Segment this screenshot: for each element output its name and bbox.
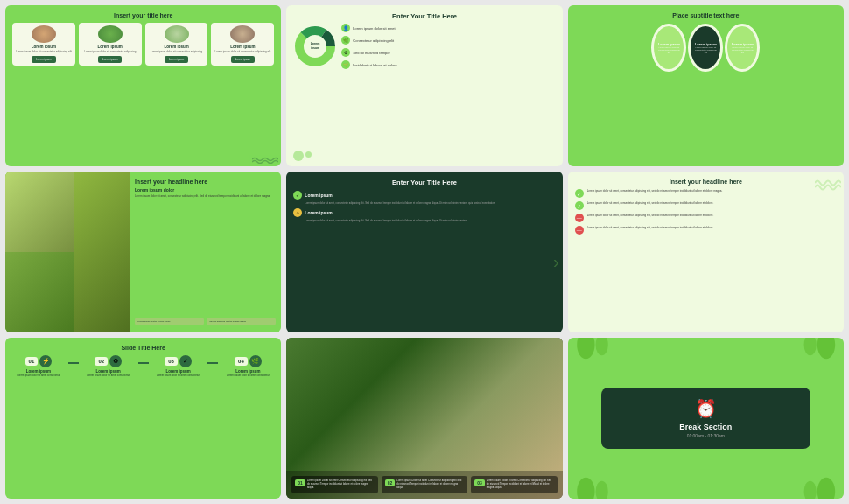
step-4-num: 04 (235, 357, 248, 366)
item-num-2: 02 (385, 480, 396, 486)
check-icon-4: — (575, 226, 584, 234)
step-4-icon: 🌿 (249, 355, 262, 368)
box-2-text: Sed do eiusmod mortar magna aliqua (209, 320, 273, 323)
slide-4-body: Lorem ipsum dolor sit amet, consectetur … (135, 194, 276, 198)
svg-point-10 (577, 478, 594, 499)
card-4-image (230, 25, 255, 43)
oval-2-text: Lorem ipsum dolor sit consectetur adipis… (694, 46, 717, 54)
section-2: ⚠ Lorem ipsum Lorem ipsum dolor sit amet… (293, 208, 555, 222)
card-4-title: Lorem ipsum (230, 45, 255, 49)
svg-point-8 (817, 338, 834, 359)
check-text-3: Lorem ipsum dolor sit amet, consectetur … (587, 214, 714, 217)
step-3: 03 ✓ Lorem ipsum Lorem ipsum dolor sit a… (152, 355, 205, 377)
step-2-icon: ♻ (109, 355, 122, 368)
check-icon-2: ✓ (575, 201, 584, 210)
oval-3: Lorem ipsum Lorem ipsum dolor sit consec… (725, 24, 760, 72)
item-box-1: 01 Lorem ipsum Dollar sit amet Consectet… (291, 476, 377, 494)
item-icon-3: ⚙ (341, 48, 350, 57)
item-text-3: Lorem ipsum Dollar sit amet Consectetur … (487, 480, 554, 490)
slide-2-items: 👤 Lorem ipsum dolor sit amet 🌿 Consectet… (341, 24, 555, 69)
step-1-num: 01 (25, 357, 39, 366)
card-1: Lorem ipsum Lorem ipsum dolor sit consec… (12, 23, 75, 66)
check-text-2: Lorem ipsum dolor sit amet, consectetur … (587, 201, 714, 205)
card-1-button[interactable]: Lorem ipsum (32, 56, 55, 63)
section-1-title: Lorem ipsum (305, 192, 332, 198)
card-4-text: Lorem ipsum dolor sit consectetur adipis… (214, 50, 270, 53)
section-1: ✓ Lorem ipsum Lorem ipsum dolor sit amet… (293, 191, 555, 205)
section-2-text: Lorem ipsum dolor sit amet, consectetur … (293, 219, 555, 222)
section-2-header: ⚠ Lorem ipsum (293, 208, 555, 217)
step-2-num: 02 (95, 357, 108, 366)
item-text-1: Lorem ipsum dolor sit amet (353, 26, 395, 31)
slide-2-content: Lorem ipsum 👤 Lorem ipsum dolor sit amet… (293, 24, 555, 69)
list-item-2: 🌿 Consectetur adipiscing elit (341, 36, 555, 45)
card-3-title: Lorem ipsum (164, 45, 188, 49)
deco-chevron: › (553, 252, 559, 272)
card-2-image (98, 25, 123, 43)
item-num-3: 03 (474, 480, 485, 486)
connector-2 (138, 362, 149, 364)
card-3: Lorem ipsum Lorem ipsum dolor sit consec… (145, 23, 208, 66)
slide-3: Place subtitle text here Lorem ipsum Lor… (568, 5, 844, 166)
card-3-button[interactable]: Lorem ipsum (165, 56, 188, 63)
connector-3 (207, 362, 218, 364)
item-box-3: 03 Lorem ipsum Dollar sit amet Consectet… (471, 476, 557, 494)
item-text-2: Consectetur adipiscing elit (353, 38, 394, 43)
card-2: Lorem ipsum Lorem ipsum dolor sit consec… (79, 23, 142, 66)
item-text-2: Lorem ipsum Dollar sit amet Consectetur … (396, 480, 464, 490)
step-3-text: Lorem ipsum dolor sit amet consectetur (157, 374, 200, 377)
svg-point-9 (803, 338, 816, 355)
slide-4-headline: Insert your headline here (135, 178, 276, 185)
oval-1-text: Lorem ipsum dolor sit consectetur adipis… (657, 46, 680, 54)
image-top-left (5, 172, 74, 252)
card-2-button[interactable]: Lorem ipsum (98, 56, 122, 63)
slide-3-title: Place subtitle text here (672, 12, 739, 18)
steps-row: 01 ⚡ Lorem ipsum Lorem ipsum dolor sit a… (12, 355, 274, 377)
slide-9: ⏰ Break Section 01:00am - 01:30am (568, 338, 844, 499)
card-1-title: Lorem ipsum (32, 45, 56, 49)
slide-2: Enter Your Title Here Lorem ipsum 👤 Lore… (286, 5, 562, 166)
step-2-text: Lorem ipsum dolor sit amet consectetur (87, 374, 130, 377)
list-item-4: 🌱 Incididunt ut labore et dolore (341, 60, 555, 69)
check-item-1: ✓ Lorem ipsum dolor sit amet, consectetu… (575, 189, 837, 198)
check-item-3: — Lorem ipsum dolor sit amet, consectetu… (575, 214, 837, 222)
step-4: 04 🌿 Lorem ipsum Lorem ipsum dolor sit a… (221, 355, 274, 377)
card-2-title: Lorem ipsum (98, 45, 123, 49)
item-text-4: Incididunt ut labore et dolore (353, 63, 396, 67)
slide-8: 01 Lorem ipsum Dollar sit amet Consectet… (286, 338, 562, 499)
oval-1: Lorem ipsum Lorem ipsum dolor sit consec… (651, 24, 686, 72)
slide-1-title: Insert your title here (114, 12, 172, 18)
item-icon-4: 🌱 (341, 60, 350, 69)
slide-1: Insert your title here Lorem ipsum Lorem… (5, 5, 281, 166)
slide-6-title: Insert your headline here (670, 178, 742, 185)
svg-text:ipsum: ipsum (311, 46, 319, 50)
slide-2-title: Enter Your Title Here (392, 12, 457, 20)
check-item-4: — Lorem ipsum dolor sit amet, consectetu… (575, 226, 837, 234)
check-text-4: Lorem ipsum dolor sit amet, consectetur … (587, 226, 714, 229)
check-text-1: Lorem ipsum dolor sit amet, consectetur … (587, 189, 723, 192)
wave-decoration (252, 155, 278, 164)
item-text-3: Sed do eiusmod tempor (353, 51, 389, 55)
step-3-top: 03 ✓ (165, 355, 192, 368)
step-4-text: Lorem ipsum dolor sit amet consectetur (227, 374, 270, 377)
slide-5: Enter Your Title Here ✓ Lorem ipsum Lore… (286, 172, 562, 332)
image-right (74, 172, 130, 332)
deco-circle-2 (305, 151, 312, 158)
slide-8-overlay: 01 Lorem ipsum Dollar sit amet Consectet… (286, 471, 562, 499)
card-4-button[interactable]: Lorem ipsum (231, 56, 255, 63)
box-1: Lorem ipsum mortar Lorem ipsum (135, 318, 204, 326)
image-bottom-left (5, 252, 74, 332)
break-title: Break Section (679, 423, 732, 431)
check-icon-1: ✓ (575, 189, 584, 198)
svg-text:Lorem: Lorem (311, 42, 320, 46)
slide-4-content: Insert your headline here Lorem ipsum do… (130, 172, 281, 332)
slide-4: Insert your headline here Lorem ipsum do… (5, 172, 281, 332)
oval-3-text: Lorem ipsum dolor sit consectetur adipis… (731, 46, 754, 54)
box-2: Sed do eiusmod mortar magna aliqua (207, 318, 276, 326)
card-3-image (165, 25, 189, 43)
item-text-1: Lorem ipsum Dollar sit amet Consectetur … (307, 480, 375, 490)
step-1-icon: ⚡ (39, 355, 52, 368)
check-list: ✓ Lorem ipsum dolor sit amet, consectetu… (575, 189, 837, 234)
slide-4-boxes: Lorem ipsum mortar Lorem ipsum Sed do ei… (135, 318, 276, 326)
svg-point-7 (595, 338, 607, 355)
